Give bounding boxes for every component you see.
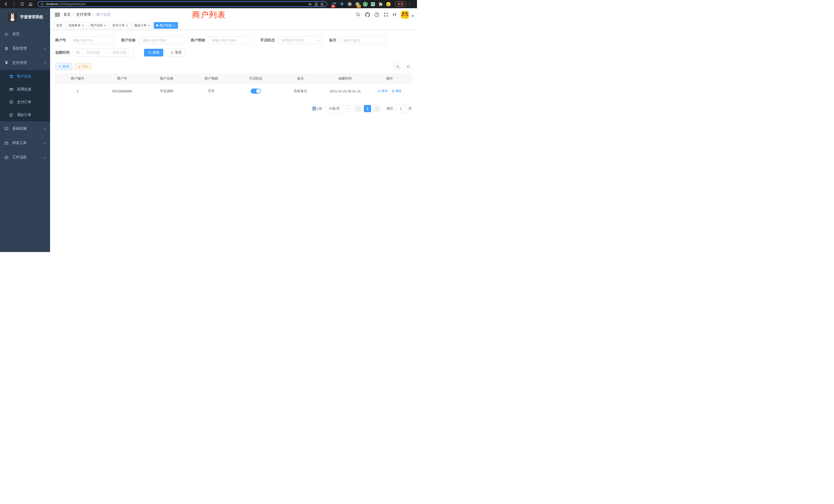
avatar[interactable] (401, 11, 409, 19)
sidebar-item-workflow[interactable]: 工作流程 (0, 150, 50, 164)
tab-close-icon[interactable]: × (148, 24, 151, 27)
tab-process-form[interactable]: 流程表单× (66, 22, 87, 29)
sidebar-item-label: 应用信息 (17, 87, 31, 92)
tab-merchant-info[interactable]: 商户信息× (154, 22, 178, 29)
total-suffix: 条 (319, 106, 322, 111)
ext-command-icon[interactable]: ⌘ (347, 2, 352, 7)
sidebar-toggle-icon[interactable] (53, 10, 62, 19)
toggle-search-icon[interactable] (394, 63, 401, 70)
svg-text:¥: ¥ (10, 101, 12, 104)
page-size-select[interactable]: 10条/页 (325, 105, 351, 112)
main-area: 首页 / 支付管理 / 商户信息 ? (50, 8, 417, 252)
ext-notes-icon[interactable] (370, 2, 375, 7)
full-name-input[interactable] (139, 37, 183, 44)
prev-page-button[interactable] (355, 105, 362, 112)
extension-strip: 10 ⌘ 1 y (332, 2, 391, 7)
sidebar-item-label: 研发工具 (12, 141, 27, 145)
share-icon[interactable] (314, 2, 318, 6)
sidebar-logo-row[interactable]: 芋道管理系统 (0, 8, 50, 25)
edit-button[interactable]: 修改 (377, 89, 388, 93)
search-icon[interactable] (356, 12, 361, 17)
tab-close-icon[interactable]: × (126, 24, 128, 27)
field-status: 开启状态 请选择开启状态 (260, 37, 322, 44)
field-label: 创建时间 (55, 50, 70, 55)
sidebar-item-system[interactable]: 系统管理 (0, 41, 50, 56)
tab-pay-order[interactable]: 支付订单× (110, 22, 131, 29)
ext-tabs-icon[interactable]: 10 (332, 2, 337, 7)
create-time-range-picker[interactable]: 开始日期 - 结束日期 (73, 49, 134, 56)
sidebar-item-merchant-info[interactable]: 商户信息 (0, 70, 50, 83)
tab-close-icon[interactable]: × (173, 24, 176, 27)
tab-home[interactable]: 首页 (54, 22, 65, 29)
reset-button[interactable]: 重置 (167, 49, 185, 56)
cell-create-time: 2021-10-23 08:31:14 (323, 84, 368, 98)
goto-suffix: 页 (409, 106, 412, 111)
sidebar-item-app-info[interactable]: 应用信息 (0, 83, 50, 96)
cell-status (234, 84, 278, 98)
browser-update-button[interactable]: 更新 (395, 1, 406, 7)
browser-back-icon[interactable] (3, 1, 9, 7)
page-number-1[interactable]: 1 (364, 105, 371, 112)
fullscreen-icon[interactable] (383, 12, 389, 17)
sidebar-item-label: 工作流程 (12, 155, 27, 160)
merchant-no-input[interactable] (70, 37, 114, 44)
bookmark-star-icon[interactable] (320, 2, 324, 6)
status-toggle[interactable] (250, 89, 261, 94)
breadcrumb-current: 商户信息 (96, 12, 111, 17)
ext-recorder-icon[interactable]: 1 (355, 2, 360, 7)
tab-close-icon[interactable]: × (104, 24, 107, 27)
breadcrumb-home[interactable]: 首页 (63, 12, 71, 17)
site-info-icon[interactable] (41, 3, 44, 6)
breadcrumb-payment[interactable]: 支付管理 (76, 12, 91, 17)
tab-close-icon[interactable]: × (82, 24, 85, 27)
yen-circle-icon: ¥ (9, 100, 13, 104)
tab-label: 流程表单 (68, 23, 81, 28)
cell-merchant-no: M233666999 (100, 84, 145, 98)
refresh-icon[interactable] (404, 63, 412, 70)
active-tab-dot (156, 24, 158, 26)
ext-y-icon[interactable]: y (363, 2, 368, 7)
delete-button[interactable]: 删除 (392, 89, 401, 93)
github-icon[interactable] (365, 12, 370, 17)
status-select[interactable]: 请选择开启状态 (278, 37, 322, 44)
sidebar-item-dev-tools[interactable]: 研发工具 (0, 136, 50, 150)
add-button[interactable]: 新增 (55, 63, 72, 70)
help-icon[interactable]: ? (374, 12, 379, 17)
next-page-button[interactable] (373, 105, 380, 112)
tab-label: 商户信息 (159, 23, 172, 28)
tab-label: 首页 (56, 23, 62, 28)
browser-reload-icon[interactable] (19, 1, 26, 7)
chevron-down-icon (43, 156, 46, 158)
tab-user-group[interactable]: 用户分组× (88, 22, 109, 29)
date-separator: - (105, 51, 108, 55)
password-key-icon[interactable] (308, 2, 312, 6)
sidebar-item-home[interactable]: 首页 (0, 27, 50, 41)
browser-menu-icon[interactable]: ⋮ (408, 2, 411, 6)
short-name-input[interactable] (209, 37, 253, 44)
chevron-down-icon (43, 47, 46, 49)
search-button[interactable]: 搜索 (144, 49, 163, 56)
ext-pin-icon[interactable] (339, 2, 345, 7)
ext-emoji-icon[interactable] (386, 2, 391, 7)
sidebar-item-payment[interactable]: ¥ 支付管理 (0, 56, 50, 70)
browser-forward-icon[interactable] (11, 1, 18, 7)
page-size-value: 10条/页 (329, 106, 346, 111)
navbar: 首页 / 支付管理 / 商户信息 ? (50, 8, 417, 21)
url-bar[interactable]: localhost:1024/pay/merchant (38, 1, 327, 7)
export-button[interactable]: 导出 (75, 63, 92, 70)
goto-page-input[interactable] (395, 105, 407, 112)
sidebar-item-infra[interactable]: 基础设施 (0, 121, 50, 136)
sidebar-item-refund-order[interactable]: 退款订单 (0, 109, 50, 121)
table-tools (394, 63, 412, 70)
chevron-up-icon (43, 62, 46, 65)
extensions-puzzle-icon[interactable] (378, 2, 383, 7)
app-title: 芋道管理系统 (20, 15, 43, 20)
remark-input[interactable] (340, 37, 386, 44)
breadcrumb: 首页 / 支付管理 / 商户信息 (63, 12, 111, 17)
browser-home-icon[interactable] (27, 1, 34, 7)
tab-refund-order[interactable]: 退款订单× (132, 22, 153, 29)
font-size-icon[interactable]: tT (393, 13, 396, 17)
sidebar-item-pay-order[interactable]: ¥ 支付订单 (0, 96, 50, 109)
avatar-caret-icon[interactable] (411, 16, 414, 17)
url-path: :1024/pay/merchant (58, 2, 85, 6)
